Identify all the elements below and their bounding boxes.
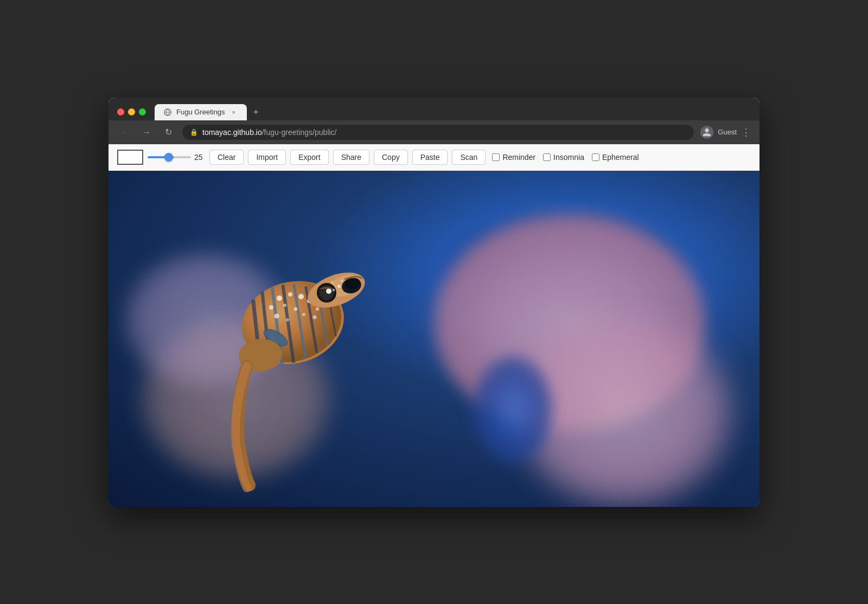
svg-point-21 bbox=[302, 313, 305, 316]
svg-point-22 bbox=[286, 318, 289, 322]
slider-container: 25 bbox=[148, 153, 205, 162]
insomnia-checkbox-label[interactable]: Insomnia bbox=[543, 153, 584, 162]
forward-button[interactable]: → bbox=[139, 125, 154, 140]
ephemeral-checkbox-label[interactable]: Ephemeral bbox=[592, 153, 639, 162]
blue-coral-decoration bbox=[472, 355, 553, 464]
profile-icon[interactable] bbox=[700, 126, 713, 139]
browser-menu-button[interactable]: ⋮ bbox=[741, 126, 751, 138]
tab-favicon-icon bbox=[163, 108, 172, 117]
size-value: 25 bbox=[194, 153, 205, 162]
paste-button[interactable]: Paste bbox=[412, 150, 448, 165]
url-domain: tomayac.github.io bbox=[202, 128, 262, 137]
back-button[interactable]: ← bbox=[117, 125, 132, 140]
clear-button[interactable]: Clear bbox=[209, 150, 244, 165]
color-swatch[interactable] bbox=[117, 150, 143, 165]
url-bar[interactable]: 🔒 tomayac.github.io/fugu-greetings/publi… bbox=[182, 125, 694, 140]
url-path: /fugu-greetings/public/ bbox=[262, 128, 337, 137]
svg-point-23 bbox=[313, 315, 317, 319]
url-text: tomayac.github.io/fugu-greetings/public/ bbox=[202, 128, 686, 137]
toolbar: 25 Clear Import Export Share Copy Paste … bbox=[108, 144, 760, 171]
browser-window: Fugu Greetings × + ← → ↻ 🔒 tomayac.githu… bbox=[108, 98, 760, 507]
refresh-button[interactable]: ↻ bbox=[161, 125, 176, 140]
svg-point-37 bbox=[333, 288, 335, 291]
new-tab-button[interactable]: + bbox=[249, 105, 264, 120]
window-controls bbox=[117, 108, 146, 115]
svg-point-20 bbox=[275, 313, 279, 318]
insomnia-checkbox[interactable] bbox=[543, 153, 551, 161]
profile-label: Guest bbox=[718, 128, 737, 136]
maximize-window-button[interactable] bbox=[139, 108, 146, 115]
title-bar: Fugu Greetings × + bbox=[108, 98, 760, 120]
svg-point-39 bbox=[331, 281, 333, 283]
svg-point-14 bbox=[298, 294, 304, 299]
canvas-area[interactable] bbox=[108, 171, 760, 507]
fish-svg bbox=[195, 203, 401, 502]
svg-point-13 bbox=[288, 292, 292, 297]
svg-point-15 bbox=[283, 304, 286, 307]
svg-point-19 bbox=[316, 307, 319, 311]
svg-point-33 bbox=[329, 290, 331, 292]
svg-point-12 bbox=[277, 295, 282, 301]
size-slider[interactable] bbox=[148, 156, 191, 158]
checkbox-group: Reminder Insomnia Ephemeral bbox=[492, 153, 639, 162]
profile-area: Guest ⋮ bbox=[700, 126, 751, 139]
insomnia-label: Insomnia bbox=[553, 153, 584, 162]
reminder-checkbox[interactable] bbox=[492, 153, 500, 161]
fish-image bbox=[195, 203, 401, 502]
import-button[interactable]: Import bbox=[248, 150, 286, 165]
ephemeral-checkbox[interactable] bbox=[592, 153, 599, 161]
tab-close-button[interactable]: × bbox=[229, 108, 238, 117]
svg-point-36 bbox=[337, 285, 341, 288]
reminder-label: Reminder bbox=[502, 153, 535, 162]
tab-bar: Fugu Greetings × + bbox=[155, 104, 263, 120]
active-tab[interactable]: Fugu Greetings × bbox=[155, 104, 247, 120]
scan-button[interactable]: Scan bbox=[452, 150, 486, 165]
export-button[interactable]: Export bbox=[290, 150, 328, 165]
tab-title: Fugu Greetings bbox=[176, 108, 225, 116]
minimize-window-button[interactable] bbox=[128, 108, 135, 115]
reminder-checkbox-label[interactable]: Reminder bbox=[492, 153, 535, 162]
title-bar-top: Fugu Greetings × + bbox=[117, 104, 751, 120]
close-window-button[interactable] bbox=[117, 108, 124, 115]
svg-point-18 bbox=[269, 305, 273, 310]
svg-point-17 bbox=[294, 307, 298, 311]
share-button[interactable]: Share bbox=[333, 150, 369, 165]
lock-icon: 🔒 bbox=[190, 128, 198, 136]
copy-button[interactable]: Copy bbox=[374, 150, 408, 165]
address-bar: ← → ↻ 🔒 tomayac.github.io/fugu-greetings… bbox=[108, 120, 760, 144]
ephemeral-label: Ephemeral bbox=[602, 153, 639, 162]
svg-point-38 bbox=[341, 280, 343, 282]
